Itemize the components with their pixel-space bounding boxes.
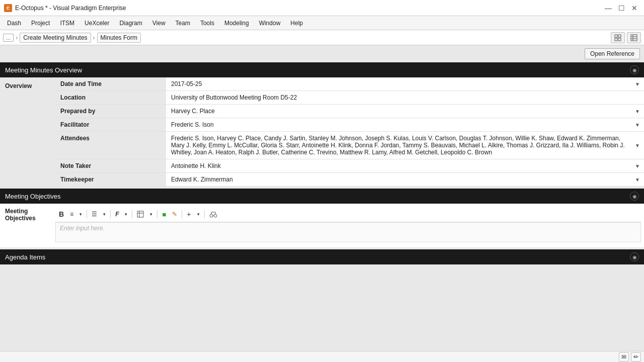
menu-uexceler[interactable]: UeXceler xyxy=(79,18,114,29)
date-time-dropdown-icon[interactable]: ▼ xyxy=(635,81,640,87)
svg-rect-0 xyxy=(615,35,617,37)
table-row: Overview Date and Time 2017-05-25 ▼ xyxy=(0,77,644,91)
facilitator-value-cell[interactable]: Frederic S. Ison ▼ xyxy=(166,118,644,132)
svg-rect-1 xyxy=(618,35,621,37)
prepared-by-dropdown-icon[interactable]: ▼ xyxy=(635,109,640,114)
prepared-by-value-cell[interactable]: Harvey C. Place ▼ xyxy=(166,105,644,118)
objectives-editor[interactable]: Enter input here. xyxy=(55,222,641,242)
facilitator-label: Facilitator xyxy=(55,118,166,132)
menu-project[interactable]: Project xyxy=(26,18,55,29)
objectives-content: Meeting Objectives B ≡ ▾ ☰ ▾ F ▾ xyxy=(0,204,644,247)
objectives-header-label: Meeting Objectives xyxy=(5,193,61,200)
main-content: Open Reference Meeting Minutes Overview … xyxy=(0,45,644,362)
location-value: University of Buttonwood Meeting Room D5… xyxy=(171,94,297,101)
close-button[interactable]: ✕ xyxy=(629,3,640,14)
menu-tools[interactable]: Tools xyxy=(195,18,219,29)
app-title: E-Octopus * - Visual Paradigm Enterprise xyxy=(15,5,126,12)
overview-collapse-icon[interactable]: ◉ xyxy=(630,65,639,74)
breadcrumb-icon-table[interactable] xyxy=(627,32,641,43)
align-dropdown-button[interactable]: ▾ xyxy=(77,210,85,218)
date-time-value-cell[interactable]: 2017-05-25 ▼ xyxy=(166,77,644,91)
menu-window[interactable]: Window xyxy=(254,18,286,29)
breadcrumb-more[interactable]: ... xyxy=(3,34,14,42)
prepared-by-label: Prepared by xyxy=(55,105,166,118)
objectives-editor-wrapper: B ≡ ▾ ☰ ▾ F ▾ xyxy=(55,204,644,247)
scroll-spacer xyxy=(0,264,644,285)
menu-modeling[interactable]: Modeling xyxy=(219,18,254,29)
breadcrumb-right xyxy=(611,32,641,43)
email-icon[interactable]: ✉ xyxy=(619,352,629,361)
facilitator-dropdown-icon[interactable]: ▼ xyxy=(635,122,640,128)
menu-diagram[interactable]: Diagram xyxy=(114,18,147,29)
highlight-button[interactable]: ✎ xyxy=(170,209,180,219)
font-dropdown-button[interactable]: ▾ xyxy=(122,210,130,218)
timekeeper-value-cell[interactable]: Edward K. Zimmerman ▼ xyxy=(166,173,644,187)
meeting-minutes-overview-section: Meeting Minutes Overview ◉ Overview Date… xyxy=(0,62,644,187)
table-row: Location University of Buttonwood Meetin… xyxy=(0,91,644,105)
insert-dropdown-button[interactable]: ▾ xyxy=(195,210,202,218)
menu-help[interactable]: Help xyxy=(285,18,308,29)
bottom-bar: ✉ ✏ xyxy=(0,351,644,362)
attendees-value: Frederic S. Ison, Harvey C. Place, Candy… xyxy=(171,135,625,156)
breadcrumb-bar: ... › Create Meeting Minutes › Minutes F… xyxy=(0,30,644,45)
breadcrumb: ... › Create Meeting Minutes › Minutes F… xyxy=(3,33,141,43)
table-row: Attendees Frederic S. Ison, Harvey C. Pl… xyxy=(0,132,644,159)
facilitator-value: Frederic S. Ison xyxy=(171,121,214,128)
toolbar-separator-6 xyxy=(204,210,205,218)
breadcrumb-icon-grid[interactable] xyxy=(611,32,625,43)
open-reference-button[interactable]: Open Reference xyxy=(585,48,640,59)
overview-table: Overview Date and Time 2017-05-25 ▼ Loca… xyxy=(0,77,644,187)
menu-dash[interactable]: Dash xyxy=(2,18,26,29)
note-taker-dropdown-icon[interactable]: ▼ xyxy=(635,163,640,169)
objectives-placeholder: Enter input here. xyxy=(58,223,107,234)
attendees-label: Attendees xyxy=(55,132,166,159)
attendees-dropdown-icon[interactable]: ▼ xyxy=(635,143,640,148)
objectives-collapse-icon[interactable]: ◉ xyxy=(630,192,639,201)
align-button[interactable]: ≡ xyxy=(67,209,76,219)
table-button[interactable] xyxy=(134,209,146,219)
font-button[interactable]: F xyxy=(113,209,121,219)
toolbar-separator-2 xyxy=(110,210,111,218)
media-button[interactable] xyxy=(207,209,220,219)
table-dropdown-button[interactable]: ▾ xyxy=(147,210,155,218)
toolbar-separator-4 xyxy=(157,210,157,218)
date-time-label: Date and Time xyxy=(55,77,166,91)
insert-button[interactable]: + xyxy=(184,209,193,220)
list-dropdown-button[interactable]: ▾ xyxy=(101,210,108,218)
date-time-value: 2017-05-25 xyxy=(171,80,202,87)
svg-rect-4 xyxy=(631,35,637,41)
breadcrumb-minutes-form[interactable]: Minutes Form xyxy=(97,33,141,43)
menu-bar: Dash Project ITSM UeXceler Diagram View … xyxy=(0,16,644,30)
menu-view[interactable]: View xyxy=(147,18,171,29)
svg-point-11 xyxy=(210,214,213,217)
breadcrumb-sep-1: › xyxy=(16,34,18,41)
note-taker-label: Note Taker xyxy=(55,159,166,173)
maximize-button[interactable]: ☐ xyxy=(616,3,627,14)
location-value-cell[interactable]: University of Buttonwood Meeting Room D5… xyxy=(166,91,644,105)
title-bar-controls: — ☐ ✕ xyxy=(603,3,640,14)
location-label: Location xyxy=(55,91,166,105)
note-taker-value: Antoinette H. Klink xyxy=(171,162,221,169)
agenda-collapse-icon[interactable]: ◉ xyxy=(630,252,639,261)
table-row: Note Taker Antoinette H. Klink ▼ xyxy=(0,159,644,173)
breadcrumb-sep-2: › xyxy=(93,34,95,41)
menu-team[interactable]: Team xyxy=(171,18,195,29)
edit-icon[interactable]: ✏ xyxy=(631,352,641,361)
breadcrumb-create-meeting[interactable]: Create Meeting Minutes xyxy=(20,33,91,43)
toolbar-separator-3 xyxy=(132,210,132,218)
svg-rect-8 xyxy=(137,211,143,217)
table-row: Prepared by Harvey C. Place ▼ xyxy=(0,105,644,118)
timekeeper-label: Timekeeper xyxy=(55,173,166,187)
overview-section-header: Meeting Minutes Overview ◉ xyxy=(0,62,644,77)
note-taker-value-cell[interactable]: Antoinette H. Klink ▼ xyxy=(166,159,644,173)
menu-itsm[interactable]: ITSM xyxy=(55,18,79,29)
bold-button[interactable]: B xyxy=(56,209,66,220)
meeting-objectives-section: Meeting Objectives ◉ Meeting Objectives … xyxy=(0,189,644,247)
list-button[interactable]: ☰ xyxy=(89,209,100,219)
objectives-label: Meeting Objectives xyxy=(0,204,55,247)
color-button[interactable]: ■ xyxy=(159,209,169,220)
timekeeper-dropdown-icon[interactable]: ▼ xyxy=(635,177,640,183)
attendees-value-cell[interactable]: Frederic S. Ison, Harvey C. Place, Candy… xyxy=(166,132,644,159)
toolbar-separator-1 xyxy=(87,210,87,218)
minimize-button[interactable]: — xyxy=(603,3,614,14)
